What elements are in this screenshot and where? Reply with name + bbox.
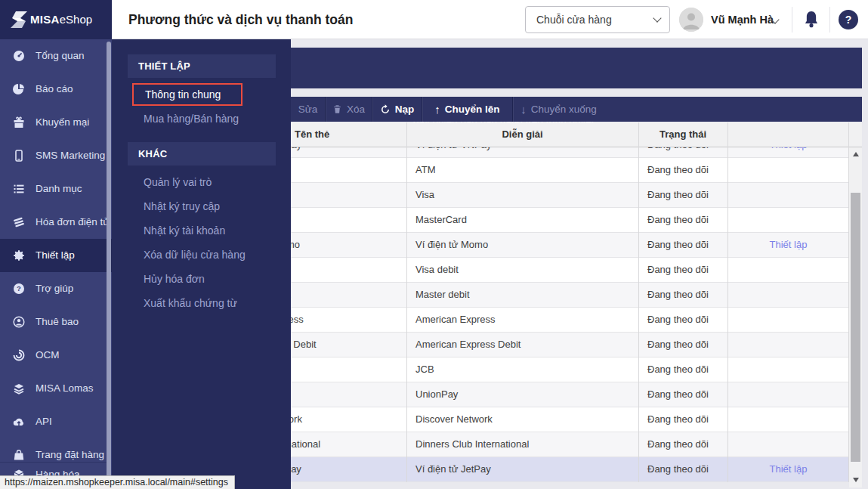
setup-link[interactable]: Thiết lập xyxy=(770,147,808,150)
sidebar-item-sms[interactable]: SMS Marketing xyxy=(0,139,112,172)
sidebar-item-label: Báo cáo xyxy=(36,73,73,106)
sidebar-item-gear[interactable]: Thiết lập xyxy=(0,239,112,272)
scroll-down-button[interactable] xyxy=(849,473,862,486)
cell-status: Đang theo dõi xyxy=(638,147,727,157)
edit-button[interactable]: Sửa xyxy=(291,97,325,122)
brand-text: MISAeShop xyxy=(30,0,92,39)
reload-button-label: Nạp xyxy=(395,104,415,115)
gear-icon xyxy=(13,249,25,262)
store-chain-dropdown[interactable]: Chuỗi cửa hàng xyxy=(525,6,670,33)
submenu-item[interactable]: Nhật ký truy cập xyxy=(132,195,242,218)
setup-link[interactable]: Thiết lập xyxy=(770,239,808,250)
sidebar-item-label: API xyxy=(36,405,52,438)
submenu-item[interactable]: Hủy hóa đơn xyxy=(132,268,242,290)
sidebar-item-invoice[interactable]: Hóa đơn điện tử xyxy=(0,206,112,239)
misa-logo-icon xyxy=(9,10,29,29)
scroll-up-button[interactable] xyxy=(849,147,862,160)
cell-description: American Express xyxy=(406,308,638,332)
notification-bell-icon[interactable] xyxy=(802,10,820,29)
cell-action xyxy=(727,382,849,407)
cell-action xyxy=(727,258,849,282)
trash-icon xyxy=(332,104,342,114)
sidebar-item-label: Khuyến mại xyxy=(36,106,89,139)
cell-description: Dinners Club International xyxy=(406,432,638,457)
submenu-item[interactable]: Xóa dữ liệu cửa hàng xyxy=(132,243,242,266)
move-up-button-label: Chuyển lên xyxy=(445,104,500,115)
person-icon xyxy=(679,8,703,32)
subscriber-icon xyxy=(13,316,25,328)
sidebar-item-label: Tổng quan xyxy=(36,39,85,73)
submenu-item[interactable]: Nhật ký tài khoản xyxy=(132,219,242,242)
sidebar-item-dashboard[interactable]: Tổng quan xyxy=(0,39,112,73)
cell-description: Discover Network xyxy=(406,407,638,432)
delete-button[interactable]: Xóa xyxy=(325,97,372,122)
cell-status: Đang theo dõi xyxy=(638,357,727,382)
store-chain-dropdown-value: Chuỗi cửa hàng xyxy=(536,14,612,26)
grid-line xyxy=(848,122,849,482)
user-menu[interactable]: Vũ Mạnh Hà xyxy=(711,0,774,39)
app-logo[interactable]: MISAeShop xyxy=(0,0,112,39)
cell-status: Đang theo dõi xyxy=(638,158,727,182)
move-up-button[interactable]: ↑Chuyển lên xyxy=(422,97,512,122)
grid-line xyxy=(406,122,407,482)
cell-description: Visa xyxy=(406,183,638,207)
delete-button-label: Xóa xyxy=(347,104,365,115)
sidebar-item-api[interactable]: API xyxy=(0,405,112,438)
column-header-status[interactable]: Trạng thái xyxy=(638,122,727,147)
cell-action xyxy=(727,183,849,207)
submenu-item[interactable]: Mua hàng/Bán hàng xyxy=(132,107,242,130)
sidebar-item-subscriber[interactable]: Thuê bao xyxy=(0,305,112,339)
cell-status: Đang theo dõi xyxy=(638,333,727,357)
cell-action xyxy=(727,357,849,382)
sms-icon xyxy=(13,150,25,162)
cell-description: Ví điện tử VNPay xyxy=(406,147,638,157)
submenu-item[interactable]: Xuất khẩu chứng từ xyxy=(132,292,242,314)
submenu-item[interactable]: Quản lý vai trò xyxy=(132,171,242,193)
cell-action: Thiết lập xyxy=(727,233,849,257)
cell-description: UnionPay xyxy=(406,382,638,407)
cell-status: Đang theo dõi xyxy=(638,457,727,481)
sidebar-item-ocm[interactable]: OCM xyxy=(0,339,112,372)
cell-status: Đang theo dõi xyxy=(638,407,727,432)
cell-action: Thiết lập xyxy=(727,147,849,157)
submenu-item[interactable]: Thông tin chung xyxy=(132,83,242,106)
scrollbar-thumb[interactable] xyxy=(851,193,860,462)
report-icon xyxy=(13,83,25,95)
cell-action xyxy=(727,158,849,182)
cell-description: American Express Debit xyxy=(406,333,638,357)
sidebar-item-help[interactable]: ?Trợ giúp xyxy=(0,272,112,305)
top-bar: Phương thức và dịch vụ thanh toán Chuỗi … xyxy=(0,0,868,39)
setup-link[interactable]: Thiết lập xyxy=(770,463,808,475)
sidebar-item-report[interactable]: Báo cáo xyxy=(0,73,112,106)
edit-button-label: Sửa xyxy=(298,104,318,115)
cell-status: Đang theo dõi xyxy=(638,432,727,457)
link-status-tooltip: https://maizen.mshopkeeper.misa.local/ma… xyxy=(0,475,235,489)
reload-button[interactable]: Nạp xyxy=(372,97,422,122)
ocm-icon xyxy=(13,349,25,361)
dashboard-icon xyxy=(13,50,25,62)
grid-line xyxy=(727,122,728,482)
lomas-icon xyxy=(13,382,25,395)
cell-status: Đang theo dõi xyxy=(638,382,727,407)
submenu-section-title: THIẾT LẬP xyxy=(128,54,276,78)
sidebar-item-label: Trợ giúp xyxy=(36,272,73,305)
cell-action: Thiết lập xyxy=(727,457,849,481)
divider xyxy=(829,7,830,32)
cell-description: Master debit xyxy=(406,283,638,307)
sidebar-item-lomas[interactable]: MISA Lomas xyxy=(0,372,112,405)
cell-action xyxy=(727,208,849,232)
table-scrollbar[interactable] xyxy=(849,147,862,487)
column-header-action xyxy=(727,122,849,147)
column-header-description[interactable]: Diễn giải xyxy=(406,122,638,147)
sidebar-item-gift[interactable]: Khuyến mại xyxy=(0,106,112,139)
sidebar-item-list[interactable]: Danh mục xyxy=(0,172,112,206)
cell-status: Đang theo dõi xyxy=(638,283,727,307)
move-down-button[interactable]: ↓Chuyển xuống xyxy=(512,97,604,122)
cell-status: Đang theo dõi xyxy=(638,233,727,257)
cell-status: Đang theo dõi xyxy=(638,208,727,232)
list-icon xyxy=(13,183,25,195)
avatar[interactable] xyxy=(679,8,703,32)
sidebar-item-label: MISA Lomas xyxy=(36,372,94,405)
help-icon[interactable]: ? xyxy=(839,10,858,29)
sidebar-scrollbar[interactable] xyxy=(107,42,111,487)
